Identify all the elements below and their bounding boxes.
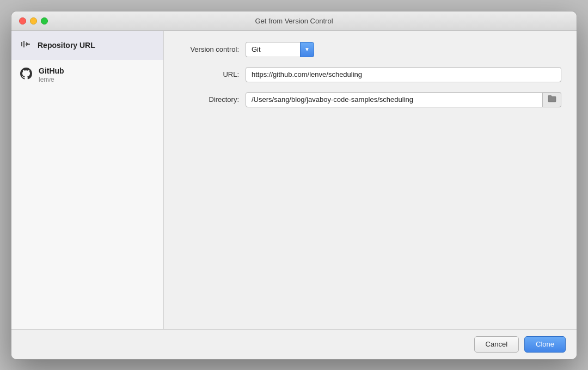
main-window: Get from Version Control Repository URL [11, 11, 577, 360]
github-text: GitHub lenve [39, 66, 64, 83]
dropdown-arrow-icon: ▼ [304, 47, 310, 52]
footer: Cancel Clone [11, 329, 577, 359]
github-sublabel: lenve [39, 76, 64, 83]
window-title: Get from Version Control [255, 17, 333, 25]
directory-label: Directory: [179, 95, 239, 104]
version-control-wrapper: Git Mercurial Subversion ▼ [246, 42, 314, 57]
url-label: URL: [179, 70, 239, 78]
sidebar: Repository URL GitHub lenve [11, 31, 164, 329]
directory-input-wrapper [246, 92, 561, 107]
close-button[interactable] [19, 17, 26, 25]
github-icon [20, 68, 32, 83]
main-content: Version control: Git Mercurial Subversio… [164, 31, 577, 329]
maximize-button[interactable] [41, 17, 48, 25]
url-row: URL: [179, 67, 561, 82]
repository-url-label: Repository URL [38, 41, 95, 50]
github-label: GitHub [39, 66, 64, 75]
window-body: Repository URL GitHub lenve Version cont [11, 31, 577, 329]
folder-icon [548, 95, 556, 104]
repo-url-svg [20, 39, 31, 50]
title-bar: Get from Version Control [11, 11, 577, 31]
minimize-button[interactable] [30, 17, 37, 25]
browse-folder-button[interactable] [543, 92, 561, 107]
svg-rect-1 [23, 41, 24, 47]
version-control-select[interactable]: Git Mercurial Subversion [246, 42, 300, 57]
clone-button[interactable]: Clone [524, 336, 566, 353]
directory-row: Directory: [179, 92, 561, 107]
sidebar-item-github[interactable]: GitHub lenve [11, 60, 163, 90]
github-svg [20, 68, 32, 80]
sidebar-item-repository-url[interactable]: Repository URL [11, 31, 163, 60]
version-control-row: Version control: Git Mercurial Subversio… [179, 42, 561, 57]
directory-input[interactable] [246, 92, 543, 107]
version-control-label: Version control: [179, 45, 239, 53]
url-input[interactable] [246, 67, 561, 82]
version-control-dropdown-arrow[interactable]: ▼ [300, 42, 314, 57]
repository-url-icon [20, 39, 31, 52]
svg-rect-3 [26, 44, 30, 45]
content-spacer [179, 117, 561, 318]
svg-rect-0 [21, 42, 22, 46]
traffic-lights [19, 17, 48, 25]
cancel-button[interactable]: Cancel [474, 336, 519, 353]
folder-svg [548, 95, 556, 102]
